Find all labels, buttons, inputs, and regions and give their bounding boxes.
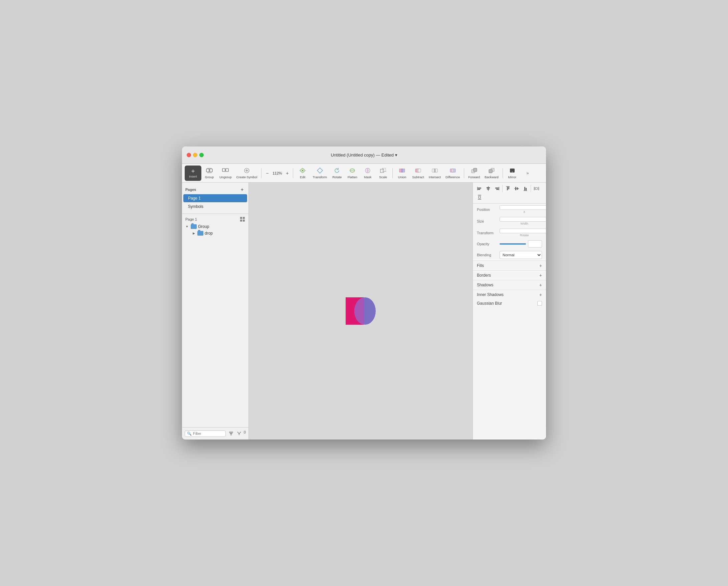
sep3 (393, 168, 393, 178)
backward-button[interactable]: Backward (482, 165, 501, 181)
align-middle-v-button[interactable] (512, 185, 521, 192)
maximize-button[interactable] (199, 153, 204, 157)
svg-rect-3 (207, 172, 212, 173)
svg-rect-58 (514, 189, 519, 189)
page-item-page1[interactable]: Page 1 (183, 194, 247, 202)
svg-rect-46 (477, 187, 478, 190)
blending-select[interactable]: Normal Multiply Screen Overlay (500, 251, 542, 259)
svg-rect-37 (243, 220, 245, 221)
group-button[interactable]: Group (202, 165, 217, 181)
filter-action-2[interactable] (236, 430, 243, 437)
zoom-out-button[interactable]: − (263, 169, 271, 177)
svg-rect-52 (499, 187, 500, 190)
transform-icon (317, 167, 323, 175)
fills-add-button[interactable]: + (539, 263, 542, 268)
insert-button[interactable]: ＋ Insert (185, 165, 201, 181)
subtract-icon (415, 167, 422, 175)
distribute-v-button[interactable] (476, 193, 483, 201)
mirror-button[interactable]: Mirror (505, 165, 520, 181)
mask-icon (364, 167, 371, 175)
svg-rect-53 (495, 188, 499, 189)
layer-item-drop[interactable]: ▶ drop (182, 230, 248, 237)
transform-rotate-input[interactable] (500, 229, 546, 233)
forward-button[interactable]: Forward (466, 165, 482, 181)
svg-rect-13 (380, 169, 384, 172)
group-icon (206, 167, 213, 175)
flatten-icon (349, 167, 356, 175)
layers-section-header: Page 1 (182, 215, 248, 223)
backward-icon (488, 167, 495, 175)
transform-rotate-group: Rotate (500, 229, 546, 237)
layer-item-group[interactable]: ▼ Group (182, 223, 248, 230)
align-right-button[interactable] (493, 185, 501, 192)
page-item-symbols[interactable]: Symbols (183, 203, 247, 211)
fills-section[interactable]: Fills + (473, 261, 546, 270)
add-page-button[interactable]: + (239, 187, 245, 192)
pages-header: Pages + (182, 185, 248, 194)
size-label: Size (477, 219, 498, 223)
svg-rect-29 (474, 168, 477, 171)
svg-rect-47 (478, 188, 481, 189)
more-button[interactable]: » (520, 165, 535, 181)
difference-button[interactable]: Difference (444, 165, 462, 181)
inner-shadows-add-button[interactable]: + (539, 292, 542, 297)
svg-rect-54 (496, 189, 499, 190)
size-width-input[interactable] (500, 217, 546, 221)
layer-name-drop: drop (205, 231, 213, 236)
align-left-button[interactable] (476, 185, 483, 192)
borders-section[interactable]: Borders + (473, 270, 546, 280)
opacity-input[interactable] (528, 240, 542, 248)
align-top-button[interactable] (504, 185, 512, 192)
filter-action-1[interactable] (228, 430, 234, 437)
align-center-h-button[interactable] (484, 185, 492, 192)
gaussian-blur-checkbox[interactable] (537, 301, 542, 306)
svg-rect-4 (222, 168, 225, 171)
svg-rect-55 (506, 186, 509, 187)
position-x-input[interactable] (500, 205, 546, 210)
size-width-label: Width (500, 222, 546, 225)
distribute-h-button[interactable] (532, 185, 540, 192)
ungroup-icon (222, 167, 229, 175)
svg-rect-40 (230, 434, 232, 435)
artwork (346, 297, 376, 325)
filter-input-wrap: 🔍 (185, 430, 226, 437)
align-bottom-button[interactable] (521, 185, 529, 192)
zoom-value[interactable]: 112% (271, 171, 283, 175)
opacity-slider[interactable] (500, 243, 526, 245)
traffic-lights (182, 153, 204, 157)
zoom-in-button[interactable]: + (283, 169, 291, 177)
union-button[interactable]: Union (395, 165, 409, 181)
transform-label: Transform (477, 231, 498, 235)
sep2 (293, 168, 293, 178)
minimize-button[interactable] (193, 153, 197, 157)
rotate-button[interactable]: Rotate (330, 165, 344, 181)
edit-button[interactable]: Edit (295, 165, 310, 181)
svg-rect-51 (487, 189, 489, 190)
shadows-add-button[interactable]: + (539, 282, 542, 288)
svg-rect-14 (382, 168, 386, 171)
ungroup-button[interactable]: Ungroup (218, 165, 233, 181)
subtract-button[interactable]: Subtract (410, 165, 426, 181)
pages-title: Pages (185, 188, 196, 191)
layers-page-name: Page 1 (185, 217, 197, 221)
app-window: Untitled (Untitled copy) — Edited ▾ ＋ In… (182, 146, 546, 440)
borders-add-button[interactable]: + (539, 273, 542, 278)
shadows-section[interactable]: Shadows + (473, 280, 546, 290)
canvas[interactable] (249, 183, 473, 440)
sep1 (261, 168, 261, 178)
inner-shadows-section[interactable]: Inner Shadows + (473, 290, 546, 299)
shadows-label: Shadows (477, 283, 493, 287)
scale-button[interactable]: Scale (376, 165, 391, 181)
create-symbol-button[interactable]: Create Symbol (234, 165, 259, 181)
chevron-right-icon: ▶ (191, 232, 196, 235)
mask-button[interactable]: Mask (360, 165, 375, 181)
create-symbol-icon (244, 167, 250, 175)
flatten-button[interactable]: Flatten (345, 165, 360, 181)
transform-button[interactable]: Transform (310, 165, 329, 181)
filter-input[interactable] (193, 431, 223, 435)
main-layout: Pages + Page 1 Symbols Page 1 (182, 183, 546, 440)
size-row: Size Width 🔒 Height (473, 215, 546, 227)
svg-rect-63 (526, 188, 527, 190)
intersect-button[interactable]: Intersect (427, 165, 443, 181)
close-button[interactable] (187, 153, 191, 157)
